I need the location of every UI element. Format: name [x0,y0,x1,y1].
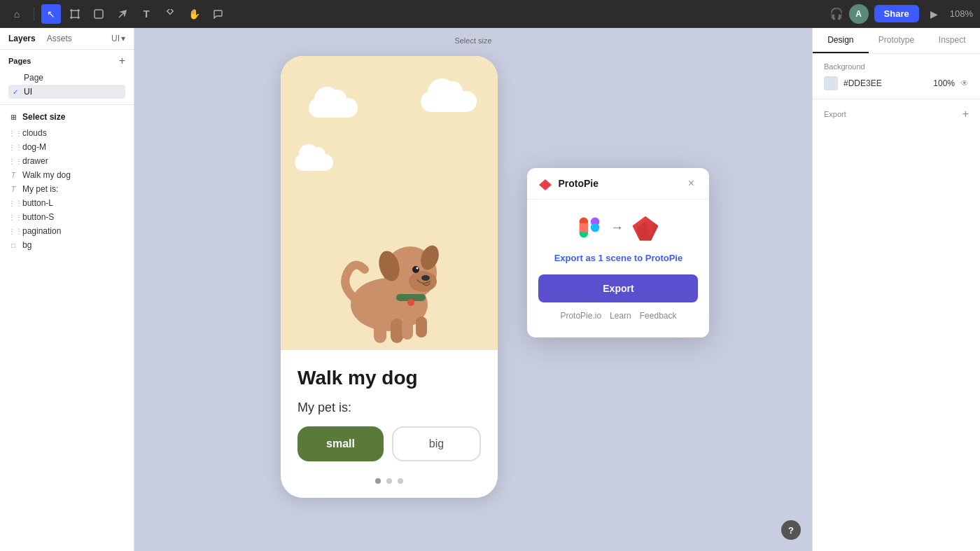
pages-header: Pages + [8,55,125,67]
share-button[interactable]: Share [874,5,919,22]
canvas-frame-label: Select size [454,36,491,45]
layer-text-icon: T [8,172,18,179]
layer-button-l[interactable]: ⋮⋮ button-L [0,196,134,210]
layer-text-icon-2: T [8,186,18,193]
layer-grid-icon-5: ⋮⋮ [8,214,18,221]
prototype-tab[interactable]: Prototype [869,28,925,53]
layer-grid-icon-6: ⋮⋮ [8,228,18,235]
user-avatar[interactable]: A [849,4,869,24]
layer-grid-icon-3: ⋮⋮ [8,158,18,165]
comment-tool-icon[interactable] [208,4,227,24]
layer-mypet[interactable]: T My pet is: [0,182,134,196]
svg-point-20 [407,299,414,306]
background-row: #DDE3EE 100% 👁 [824,76,969,90]
layers-tab[interactable]: Layers [8,32,36,45]
toolbar: ⌂ ↖ T ✋ 🎧 [0,0,980,28]
hand-tool-icon[interactable]: ✋ [184,4,204,24]
left-panel: Layers Assets UI ▾ Pages + Page ✓ UI [0,28,134,551]
cloud-3 [295,154,333,171]
assets-tab[interactable]: Assets [47,32,72,45]
layer-dog-m[interactable]: ⋮⋮ dog-M [0,140,134,154]
right-panel: Design Prototype Inspect Background #DDE… [812,28,980,551]
frame-tool-icon[interactable] [65,4,85,24]
pagination-dot-3 [398,478,403,484]
toolbar-right: 🎧 A Share ▶ 108% [830,4,973,24]
select-size-label: Select size [22,112,65,122]
svg-point-30 [591,223,600,232]
background-label: Background [824,62,969,71]
phone-bottom-area: Walk my dog My pet is: small big [281,350,498,498]
phone-mockup: Walk my dog My pet is: small big [281,56,498,498]
add-export-button[interactable]: + [962,108,969,120]
walk-title: Walk my dog [298,367,481,389]
design-tab[interactable]: Design [813,28,869,53]
svg-rect-22 [391,319,403,343]
protopie-io-link[interactable]: ProtoPie.io [560,311,601,321]
layer-pagination[interactable]: ⋮⋮ pagination [0,224,134,238]
close-dialog-button[interactable]: × [684,176,698,190]
svg-rect-24 [416,316,427,337]
export-scene-count: 1 scene [598,253,632,263]
protopie-logo-icon [631,214,659,242]
pagination [298,478,481,484]
export-visual: → [538,214,698,242]
phone-top-area [281,56,498,350]
svg-rect-21 [374,319,386,343]
svg-marker-25 [539,179,552,190]
select-size-header: ⊞ Select size [0,108,134,126]
layer-clouds[interactable]: ⋮⋮ clouds [0,126,134,140]
dialog-body: → [527,200,709,337]
big-button[interactable]: big [392,426,481,461]
layer-button-s[interactable]: ⋮⋮ button-S [0,210,134,224]
figma-logo-icon [577,215,602,240]
arrow-icon: → [610,221,623,235]
learn-link[interactable]: Learn [610,311,631,321]
select-size-icon: ⊞ [8,113,18,121]
cloud-2 [421,91,477,112]
ui-tab[interactable]: UI ▾ [111,34,125,43]
layer-grid-icon: ⋮⋮ [8,130,18,137]
layer-bg[interactable]: □ bg [0,238,134,252]
toolbar-separator-1 [34,7,34,21]
play-icon[interactable]: ▶ [925,4,944,24]
page-item-ui[interactable]: ✓ UI [8,85,125,99]
export-description: Export as 1 scene to ProtoPie [538,253,698,263]
page-item-page[interactable]: Page [8,71,125,85]
help-button[interactable]: ? [781,520,801,540]
feedback-link[interactable]: Feedback [640,311,677,321]
zoom-level: 108% [950,8,973,19]
chevron-down-icon: ▾ [121,34,125,43]
headphones-icon[interactable]: 🎧 [830,7,844,20]
canvas[interactable]: Select size [134,28,812,551]
layer-grid-icon-2: ⋮⋮ [8,144,18,151]
export-section: Export + [813,99,980,129]
layer-walk-title[interactable]: T Walk my dog [0,168,134,182]
pet-label: My pet is: [298,400,481,415]
dialog-footer: ProtoPie.io Learn Feedback [538,311,698,323]
add-page-button[interactable]: + [119,55,125,67]
background-color-swatch[interactable] [824,76,838,90]
pet-buttons: small big [298,426,481,461]
shape-tool-icon[interactable] [89,4,108,24]
dialog-title: ProtoPie [558,178,684,189]
home-icon[interactable]: ⌂ [7,4,27,24]
layer-drawer[interactable]: ⋮⋮ drawer [0,154,134,168]
visibility-icon[interactable]: 👁 [960,78,969,88]
select-tool-icon[interactable]: ↖ [41,4,61,24]
svg-point-16 [416,267,419,270]
pagination-dot-2 [386,478,392,484]
dog-illustration [319,203,459,343]
svg-point-14 [421,275,430,281]
small-button[interactable]: small [298,426,384,461]
pen-tool-icon[interactable] [113,4,132,24]
text-tool-icon[interactable]: T [136,4,156,24]
export-button[interactable]: Export [538,274,698,302]
cloud-1 [309,98,358,118]
component-tool-icon[interactable] [160,4,180,24]
svg-rect-0 [71,11,78,18]
svg-rect-10 [167,9,173,14]
layer-rect-icon: □ [8,242,18,249]
pages-section: Pages + Page ✓ UI [0,50,134,104]
layers-section: ⊞ Select size ⋮⋮ clouds ⋮⋮ dog-M ⋮⋮ draw… [0,104,134,551]
inspect-tab[interactable]: Inspect [924,28,980,53]
